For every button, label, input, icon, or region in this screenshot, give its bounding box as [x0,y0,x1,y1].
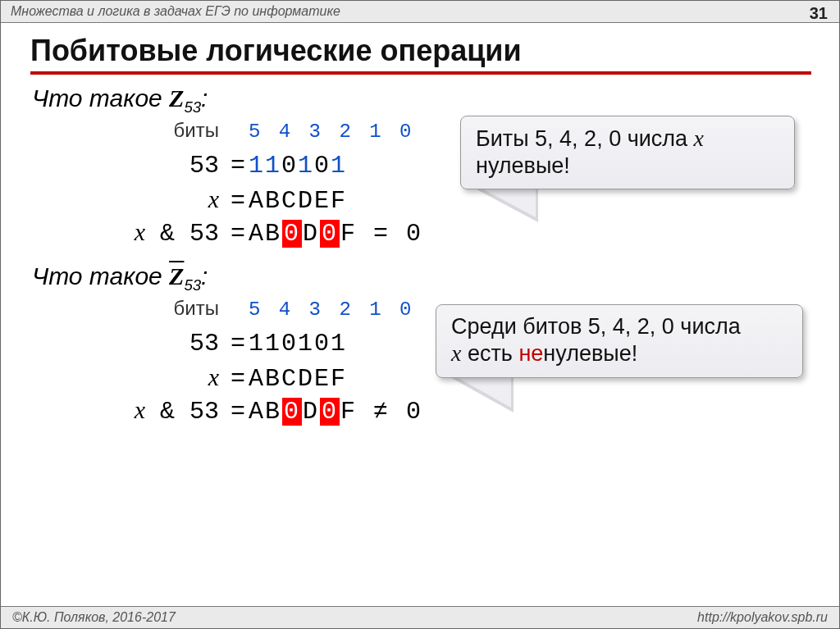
question-z53: Что такое Z53: [32,83,810,116]
z-bar-symbol: Z [169,262,184,289]
footer-bar: ©К.Ю. Поляков, 2016-2017 http://kpolyako… [1,606,839,628]
z-subscript: 53 [184,98,201,116]
z-symbol: Z [169,84,184,112]
callout-bits-nonzero: Среди битов 5, 4, 2, 0 числа x есть нену… [436,304,803,378]
title-underline [30,71,811,75]
slide: Множества и логика в задачах ЕГЭ по инфо… [0,0,840,629]
bits-label: биты [55,118,227,143]
breadcrumb: Множества и логика в задачах ЕГЭ по инфо… [11,4,340,18]
emphasis-ne: не [518,341,543,366]
row-x-and-53-2: x & 53 = AB0D0F ≠ 0 [55,394,810,427]
question-z53-bar: Что такое Z53: [32,261,810,294]
highlight-bit: 0 [282,220,302,248]
copyright: ©К.Ю. Поляков, 2016-2017 [12,607,176,628]
z-bar-subscript: 53 [184,276,201,294]
page-title: Побитовые логические операции [30,34,522,68]
binary-53: 110101 [249,151,347,182]
header-bar: Множества и логика в задачах ЕГЭ по инфо… [1,1,839,23]
highlight-bit: 0 [320,220,340,248]
page-number: 31 [810,2,828,24]
highlight-bit: 0 [320,398,340,426]
footer-url: http://kpolyakov.spb.ru [697,607,828,628]
callout-bits-zero: Биты 5, 4, 2, 0 числа x нулевые! [460,116,795,189]
result-1: AB0D0F = 0 [249,219,422,250]
bits-digits: 5 4 3 2 1 0 [249,120,414,144]
highlight-bit: 0 [282,398,302,426]
result-2: AB0D0F ≠ 0 [249,397,422,428]
row-x-and-53: x & 53 = AB0D0F = 0 [55,217,810,249]
